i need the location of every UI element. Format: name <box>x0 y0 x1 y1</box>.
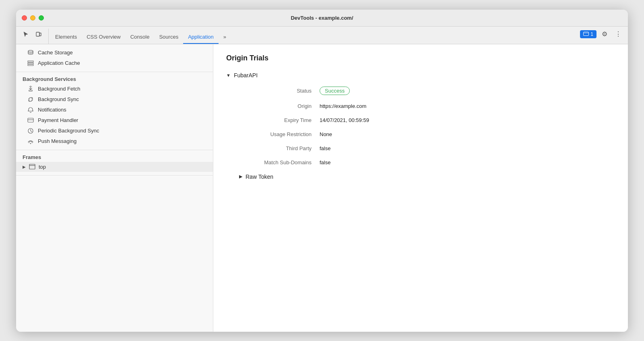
frame-expand-icon: ▶ <box>23 165 26 169</box>
trial-name: FubarAPI <box>234 72 258 79</box>
application-cache-label: Application Cache <box>38 60 80 66</box>
page-title: Origin Trials <box>226 54 615 62</box>
usage-label: Usage Restriction <box>239 131 320 137</box>
payment-handler-icon <box>27 117 34 124</box>
device-toggle-icon[interactable] <box>33 29 44 40</box>
devtools-window: DevTools - example.com/ Elements CSS Ove… <box>16 10 628 332</box>
origin-value: https://example.com <box>320 103 366 109</box>
expiry-value: 14/07/2021, 00:59:59 <box>320 117 369 123</box>
frames-header: Frames <box>16 150 213 162</box>
cursor-icon[interactable] <box>20 29 31 40</box>
storage-section: Cache Storage Application Cache <box>16 48 213 72</box>
svg-rect-7 <box>28 64 33 66</box>
sidebar-item-background-sync[interactable]: Background Sync <box>16 94 213 105</box>
svg-point-4 <box>28 50 33 52</box>
tab-bar: Elements CSS Overview Console Sources Ap… <box>50 27 580 44</box>
background-sync-icon <box>27 96 34 103</box>
status-value: Success <box>320 87 350 95</box>
main-content: Cache Storage Application Cache Backgrou <box>16 44 628 332</box>
sidebar-item-application-cache[interactable]: Application Cache <box>16 58 213 68</box>
settings-icon[interactable]: ⚙ <box>599 29 610 40</box>
status-row: Status Success <box>239 87 615 95</box>
periodic-background-sync-label: Periodic Background Sync <box>38 128 99 134</box>
tab-application[interactable]: Application <box>183 27 219 44</box>
sidebar-item-background-fetch[interactable]: Background Fetch <box>16 84 213 94</box>
tab-elements[interactable]: Elements <box>50 27 82 44</box>
svg-rect-0 <box>36 32 39 36</box>
window-title: DevTools - example.com/ <box>291 15 353 21</box>
background-fetch-label: Background Fetch <box>38 86 80 92</box>
notifications-icon <box>27 107 34 113</box>
sidebar-item-payment-handler[interactable]: Payment Handler <box>16 115 213 126</box>
detail-table: Status Success Origin https://example.co… <box>239 87 615 165</box>
background-fetch-icon <box>27 86 34 92</box>
tab-console[interactable]: Console <box>126 27 155 44</box>
push-messaging-icon <box>27 138 34 145</box>
frames-section: Frames ▶ top <box>16 150 213 176</box>
badge-count: 1 <box>590 31 593 37</box>
tab-sources[interactable]: Sources <box>154 27 183 44</box>
usage-value: None <box>320 131 332 137</box>
sidebar: Cache Storage Application Cache Backgrou <box>16 44 213 332</box>
raw-token-label: Raw Token <box>246 174 273 180</box>
svg-rect-12 <box>29 164 35 169</box>
trial-header[interactable]: ▼ FubarAPI <box>226 72 615 79</box>
match-subdomains-label: Match Sub-Domains <box>239 159 320 165</box>
svg-rect-5 <box>28 61 33 62</box>
third-party-value: false <box>320 145 330 151</box>
svg-rect-2 <box>584 32 589 36</box>
messages-badge[interactable]: 1 <box>580 30 597 38</box>
sidebar-item-push-messaging[interactable]: Push Messaging <box>16 136 213 147</box>
toolbar-icons <box>20 29 49 44</box>
cache-storage-icon <box>27 50 34 56</box>
raw-token-chevron-icon: ▶ <box>239 174 242 179</box>
sidebar-item-notifications[interactable]: Notifications <box>16 105 213 115</box>
raw-token-header[interactable]: ▶ Raw Token <box>239 174 615 180</box>
third-party-row: Third Party false <box>239 145 615 151</box>
origin-row: Origin https://example.com <box>239 103 615 109</box>
status-label: Status <box>239 88 320 94</box>
more-options-icon[interactable]: ⋮ <box>613 29 624 40</box>
traffic-lights <box>22 15 44 21</box>
maximize-button[interactable] <box>39 15 44 21</box>
svg-point-11 <box>30 143 31 144</box>
sidebar-item-cache-storage[interactable]: Cache Storage <box>16 48 213 58</box>
usage-row: Usage Restriction None <box>239 131 615 137</box>
trial-chevron-down-icon: ▼ <box>226 73 231 78</box>
background-services-section: Background Services Background Fetch <box>16 72 213 150</box>
toolbar: Elements CSS Overview Console Sources Ap… <box>16 27 628 44</box>
sidebar-item-top[interactable]: ▶ top <box>16 162 213 172</box>
svg-rect-9 <box>28 119 33 120</box>
status-badge: Success <box>320 87 350 95</box>
trial-section: ▼ FubarAPI Status Success Origin https:/… <box>226 72 615 180</box>
notifications-label: Notifications <box>38 107 66 113</box>
third-party-label: Third Party <box>239 145 320 151</box>
close-button[interactable] <box>22 15 27 21</box>
application-cache-icon <box>27 60 34 66</box>
push-messaging-label: Push Messaging <box>38 138 76 144</box>
expiry-row: Expiry Time 14/07/2021, 00:59:59 <box>239 117 615 123</box>
tab-css-overview[interactable]: CSS Overview <box>82 27 126 44</box>
expiry-label: Expiry Time <box>239 117 320 123</box>
sidebar-item-periodic-background-sync[interactable]: Periodic Background Sync <box>16 126 213 136</box>
payment-handler-label: Payment Handler <box>38 117 78 123</box>
cache-storage-label: Cache Storage <box>38 50 73 56</box>
svg-rect-1 <box>39 33 41 36</box>
background-sync-label: Background Sync <box>38 96 79 102</box>
toolbar-right: 1 ⚙ ⋮ <box>580 29 624 44</box>
frame-icon <box>29 164 35 169</box>
minimize-button[interactable] <box>30 15 35 21</box>
periodic-background-sync-icon <box>27 128 34 134</box>
content-panel: Origin Trials ▼ FubarAPI Status Success … <box>213 44 628 332</box>
origin-label: Origin <box>239 103 320 109</box>
match-subdomains-value: false <box>320 159 330 165</box>
titlebar: DevTools - example.com/ <box>16 10 628 27</box>
tab-more[interactable]: » <box>219 27 231 44</box>
match-subdomains-row: Match Sub-Domains false <box>239 159 615 165</box>
frame-top-label: top <box>39 164 46 170</box>
background-services-header: Background Services <box>16 72 213 84</box>
svg-rect-6 <box>28 62 33 64</box>
